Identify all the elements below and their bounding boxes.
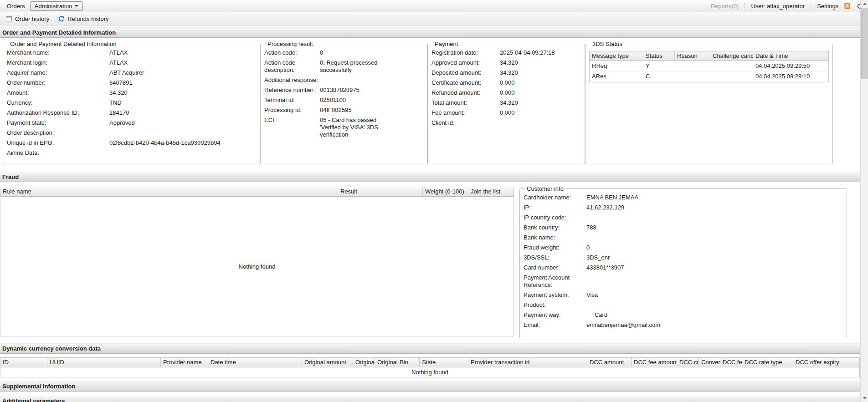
column-header[interactable]: DCC fee — [720, 358, 742, 367]
field-value: Approved — [109, 119, 256, 127]
field-label: Refunded amount: — [431, 89, 500, 97]
menubar: Orders Administration Reports(0) User: a… — [0, 0, 868, 12]
refunds-history-button[interactable]: Refunds history — [55, 14, 112, 24]
column-header[interactable]: DCC currency — [677, 358, 699, 367]
scroll-down-button[interactable] — [861, 394, 868, 402]
column-header[interactable]: Challenge cancel — [710, 51, 753, 61]
cell: ARes — [590, 71, 643, 81]
field-label: Amount: — [7, 89, 109, 97]
menu-administration[interactable]: Administration — [30, 1, 83, 11]
order-payment-panels: Order and Payment Detailed Information M… — [3, 41, 868, 164]
field-label: Bank country: — [524, 224, 586, 231]
menu-reports[interactable]: Reports(0) — [711, 3, 739, 10]
field-value: 34.320 — [500, 69, 581, 76]
field-label: Payment state: — [7, 119, 109, 127]
payment-groupbox: Payment Registration date:2025-04-04 09:… — [427, 41, 585, 164]
scroll-up-button[interactable] — [861, 0, 868, 8]
field-label: Product: — [524, 301, 586, 309]
field-label: Approved amount: — [431, 59, 500, 66]
field-label: Unique id in EPG: — [7, 139, 109, 147]
fraud-table: Rule name Result Weight (0-100) Join the… — [0, 187, 514, 336]
field-label: Fraud weight: — [524, 244, 586, 251]
cell: C — [643, 71, 675, 81]
field-value: TND — [109, 99, 256, 107]
column-header[interactable]: Message type — [590, 51, 643, 61]
3ds-status-legend: 3DS Status — [591, 41, 624, 47]
field-value: 41.62.232.129 — [586, 204, 843, 211]
3ds-status-table: Message type Status Reason Challenge can… — [589, 51, 829, 82]
cell — [675, 71, 710, 81]
fraud-table-header: Rule name Result Weight (0-100) Join the… — [0, 187, 514, 197]
order-info-groupbox: Order and Payment Detailed Information M… — [3, 41, 260, 164]
column-header[interactable]: Status — [643, 51, 675, 61]
field-label: Cardholder name: — [524, 194, 586, 201]
dcc-table: ID UUID Provider name Date time Original… — [0, 357, 860, 377]
menubar-divider — [745, 3, 745, 9]
field-label: Authorization Response ID: — [7, 109, 109, 117]
column-header[interactable]: Conversion rate — [699, 358, 720, 367]
customer-info-groupbox: Customer info Cardholder name:EMNA BEN J… — [519, 185, 847, 338]
column-header[interactable]: Bin — [397, 358, 420, 367]
column-header[interactable]: DCC amount — [587, 358, 632, 367]
column-header[interactable]: Rule name — [0, 187, 338, 196]
field-label: Total amount: — [431, 99, 500, 107]
chevron-down-icon — [75, 5, 78, 7]
column-header[interactable]: Provider transaction id — [468, 358, 587, 367]
column-header[interactable]: DCC offer expiry — [793, 358, 859, 367]
column-header[interactable]: ID — [0, 358, 47, 367]
field-label: Certificate amount: — [431, 79, 500, 87]
processing-result-legend: Processing result — [266, 41, 315, 47]
vertical-scrollbar[interactable] — [860, 0, 868, 402]
field-label: Client id: — [431, 119, 500, 127]
field-value: 05 - Card has passed 'Verified by VISA' … — [320, 117, 388, 138]
column-header[interactable]: Join the list — [468, 187, 514, 196]
section-header-fraud: Fraud — [0, 172, 868, 182]
menu-settings[interactable]: Settings — [817, 3, 838, 10]
column-header[interactable]: DCC rate type — [742, 358, 793, 367]
column-header[interactable]: Provider name — [161, 358, 208, 367]
field-label: Reference number: — [264, 87, 320, 94]
column-header[interactable]: Date & Time — [753, 51, 828, 61]
field-value: 34.320 — [109, 89, 256, 97]
scrollbar-thumb[interactable] — [861, 8, 868, 79]
table-row[interactable]: ARes C 04.04.2025 09:29:10 — [590, 71, 828, 82]
arrow-up-icon — [863, 3, 867, 5]
column-header[interactable]: Date time — [208, 358, 302, 367]
user-label: User: atlax_operator — [751, 3, 805, 10]
field-label: Payment way: — [524, 311, 586, 319]
cell — [675, 61, 710, 71]
field-label: IP: — [524, 204, 586, 211]
field-value: 0.000 — [500, 89, 581, 97]
refunds-history-icon — [58, 15, 65, 22]
section-title: Order and Payment Detailed Information — [2, 29, 116, 36]
field-value: 284170 — [109, 109, 256, 117]
column-header[interactable]: Original exponent — [375, 358, 397, 367]
column-header[interactable]: Original amount — [302, 358, 353, 367]
column-header[interactable]: DCC fee amount — [632, 358, 677, 367]
field-label: Payment system: — [524, 291, 586, 299]
column-header[interactable]: Original currency — [353, 358, 375, 367]
field-value: 34.320 — [500, 99, 581, 107]
order-history-label: Order history — [15, 15, 49, 22]
column-header[interactable]: Weight (0-100) — [423, 187, 468, 196]
field-label: Deposited amount: — [431, 69, 500, 76]
field-value: 02f8cdb2-b420-4b4a-b45d-1ca939929b94 — [109, 139, 256, 147]
section-title: Dynamic currency conversion data — [2, 345, 101, 352]
column-header[interactable]: UUID — [47, 358, 161, 367]
field-value: emnabenjemaa@gmail.com — [586, 321, 843, 329]
field-label: Acquirer name: — [7, 69, 109, 76]
table-row[interactable]: RReq Y 04.04.2025 09:29:50 — [590, 61, 828, 71]
menu-orders[interactable]: Orders — [3, 1, 29, 11]
section-header-supplemental: Supplemental information — [0, 381, 868, 392]
field-value: EMNA BEN JEMAA — [586, 194, 843, 201]
column-header[interactable]: Result — [338, 187, 423, 196]
field-label: Processing id: — [264, 107, 320, 114]
field-value: Card — [586, 311, 843, 319]
column-header[interactable]: Reason — [675, 51, 710, 61]
field-value: 0 — [586, 244, 843, 251]
column-header[interactable]: State — [420, 358, 468, 367]
application-window: Orders Administration Reports(0) User: a… — [0, 0, 868, 402]
order-history-button[interactable]: Order history — [2, 14, 53, 24]
field-value: 0.000 — [500, 109, 581, 117]
section-title: Fraud — [2, 173, 19, 180]
